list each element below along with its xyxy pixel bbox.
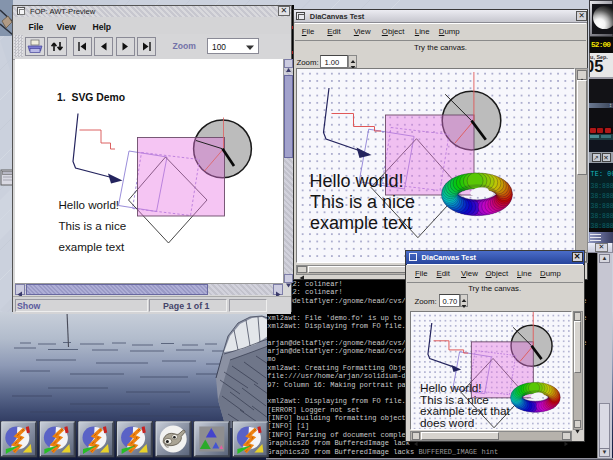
- svg-text:1.: 1.: [57, 92, 66, 103]
- svg-text:This is a nice: This is a nice: [310, 192, 415, 212]
- svg-text:Hello world!: Hello world!: [58, 198, 119, 211]
- svg-text:example text: example text: [310, 213, 412, 233]
- svg-text:Hello world!: Hello world!: [309, 171, 403, 191]
- svg-text:This is a nice: This is a nice: [58, 219, 126, 232]
- svg-text:example text: example text: [58, 240, 125, 253]
- svg-text:SVG Demo: SVG Demo: [71, 92, 125, 103]
- svg-text:does word: does word: [420, 415, 474, 428]
